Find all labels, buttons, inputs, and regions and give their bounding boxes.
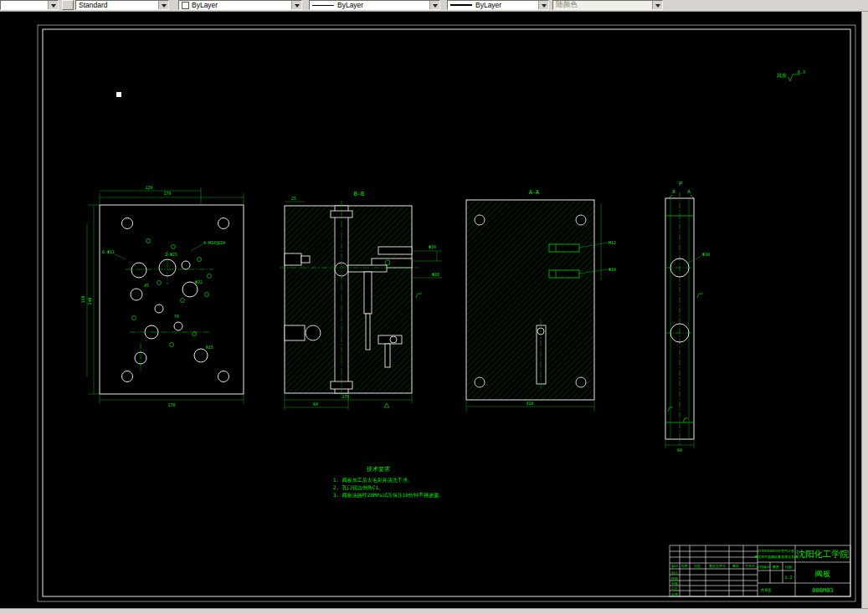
svg-text:设计: 设计 [671,571,678,575]
color-combo[interactable]: ByLayer [178,0,302,10]
svg-text:60: 60 [313,402,318,407]
svg-text:Φ32: Φ32 [195,279,203,284]
svg-text:4-M10深20: 4-M10深20 [203,240,225,246]
svg-text:标记: 标记 [671,564,678,569]
view-p-dir-a: A [687,188,691,194]
bottom-scrollbar[interactable] [0,608,868,614]
svg-text:6-Φ11: 6-Φ11 [102,249,115,254]
color-combo-value: ByLayer [192,1,218,9]
grip-point[interactable] [116,92,121,97]
svg-text:分区: 分区 [694,564,701,568]
color-swatch-icon [182,2,189,9]
svg-text:170: 170 [163,191,171,196]
tech-note-item: 2. 孔口锐边倒角C1。 [333,484,383,491]
tech-note-item: 1. 阀板加工后去毛刺并清洗干净。 [333,477,413,484]
section-bb-view: B—B 25 Φ20 Φ [280,191,442,410]
chevron-down-icon[interactable] [291,1,301,9]
plan-dimensions: 170 120 240 158 170 4-M10深20 6-Φ11 2-Φ25… [80,185,244,407]
scale-value: 1:2 [784,575,792,580]
svg-text:校核: 校核 [670,576,678,581]
lineweight-preview-icon [450,4,472,6]
svg-text:Φ20: Φ20 [429,244,436,249]
cad-drawing: 其余 6.3 170 120 [0,0,868,614]
view-p-dir-b: B [672,188,675,194]
drawing-number: 000M03 [812,587,833,594]
svg-text:处数: 处数 [681,564,688,568]
svg-text:45: 45 [144,283,149,288]
text-style-icon[interactable] [62,0,74,10]
lineweight-combo-value: ByLayer [475,1,501,9]
svg-text:R15: R15 [206,345,213,350]
svg-text:M12: M12 [609,240,616,245]
svg-text:2-Φ25: 2-Φ25 [165,252,177,257]
properties-toolbar: Standard ByLayer ByLayer ByLayer 随颜色 [0,0,868,12]
section-aa-view: A—A M12 Φ10 310 [466,189,616,412]
linetype-preview-icon [312,5,334,6]
svg-text:更改文件号: 更改文件号 [709,564,726,568]
section-aa-label: A—A [529,189,540,196]
linetype-combo-value: ByLayer [337,1,363,9]
chevron-down-icon[interactable] [538,1,548,9]
svg-text:120: 120 [145,185,152,190]
drawing-canvas[interactable]: 其余 6.3 170 120 [0,0,868,614]
svg-text:25: 25 [291,196,296,201]
chevron-down-icon[interactable] [158,1,168,9]
svg-text:Φ28: Φ28 [432,272,439,277]
svg-text:175: 175 [342,394,349,399]
svg-text:工艺: 工艺 [671,586,678,591]
lineweight-combo[interactable]: ByLayer [447,0,549,10]
plan-view: 170 120 240 158 170 4-M10深20 6-Φ11 2-Φ25… [80,185,244,407]
tech-notes: 技术要求 1. 阀板加工后去毛刺并清洗干净。 2. 孔口锐边倒角C1。 3. 阀… [333,466,444,499]
svg-text:签名: 签名 [732,564,739,568]
stage-label: 阶段标记 [757,565,770,570]
svg-text:158: 158 [80,295,85,303]
layer-combo[interactable] [0,0,59,10]
weight-label: 重量 [772,565,779,569]
svg-text:批准: 批准 [671,592,678,596]
project-line1: QY40X500X3天然气计量 [758,549,794,553]
svg-text:Φ30: Φ30 [702,252,710,257]
svg-text:年月日: 年月日 [745,564,755,568]
view-p-label: P [679,181,682,187]
svg-text:310: 310 [526,401,533,406]
scale-label: 比例 [785,565,792,570]
tech-note-item: 3. 阀板油路经20MPa试压保压10分钟不得渗漏。 [333,492,444,499]
roughness-prefix: 其余 [777,72,787,79]
svg-text:240: 240 [87,297,92,304]
roughness-value: 6.3 [798,69,805,74]
sheet-frame [38,25,855,601]
surface-finish-symbol: 其余 6.3 [777,69,805,81]
svg-text:Φ10: Φ10 [609,267,616,272]
svg-text:审核: 审核 [671,581,678,586]
sheet-count: 共4张 [760,587,771,593]
plotstyle-combo[interactable]: 随颜色 [552,0,663,10]
chevron-down-icon[interactable] [652,1,662,9]
right-scrollbar[interactable] [861,11,868,609]
chevron-down-icon[interactable] [429,1,439,9]
text-style-value: Standard [79,1,108,9]
section-bb-label: B—B [354,191,365,197]
svg-text:60: 60 [677,448,682,453]
part-name: 阀板 [815,570,830,578]
svg-text:78: 78 [174,314,179,319]
tech-notes-title: 技术要求 [366,466,390,473]
svg-text:170: 170 [167,402,175,407]
plotstyle-combo-value: 随颜色 [556,0,578,10]
title-block: QY40X500X3天然气计量 调压撬平衡阀组集成液压系统 沈阳化工学院 阀板 … [670,545,850,596]
chevron-down-icon[interactable] [48,1,58,9]
linetype-combo[interactable]: ByLayer [309,0,440,10]
project-line2: 调压撬平衡阀组集成液压系统 [754,555,798,560]
org-name: 沈阳化工学院 [796,549,850,559]
text-style-combo[interactable]: Standard [75,0,169,10]
side-view-p: P B A Φ30 60 [665,181,710,453]
